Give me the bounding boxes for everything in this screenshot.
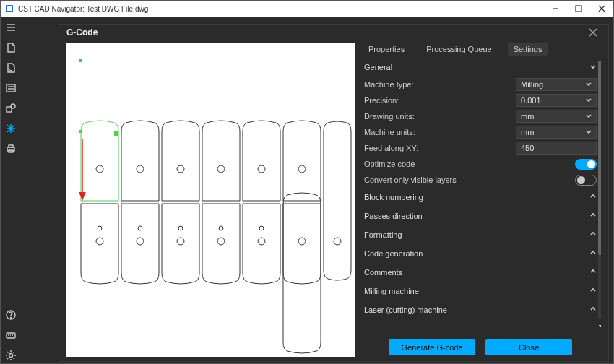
keyboard-icon[interactable]: [3, 327, 19, 343]
precision-select[interactable]: 0.001: [516, 94, 597, 107]
row-machine-type: Machine type: Milling: [360, 77, 601, 92]
dialog-title: G-Code: [66, 27, 98, 38]
svg-point-45: [258, 238, 265, 245]
app-icon: [4, 3, 15, 14]
section-block-numbering[interactable]: Block numbering: [360, 188, 601, 207]
chevron-up-icon: [589, 212, 597, 220]
window-title: CST CAD Navigator: Test DWG File.dwg: [18, 5, 544, 13]
drawing-units-select[interactable]: mm: [516, 110, 597, 123]
hamburger-icon[interactable]: [3, 20, 19, 35]
svg-point-33: [217, 165, 225, 173]
svg-point-37: [96, 238, 103, 245]
section-label: General: [364, 63, 392, 72]
svg-point-32: [177, 165, 184, 173]
left-rail: [1, 17, 21, 363]
section-passes-direction[interactable]: Passes direction: [360, 207, 601, 225]
chevron-up-icon: [589, 193, 597, 202]
generate-gcode-button[interactable]: Generate G-code: [389, 339, 475, 355]
machine-type-select[interactable]: Milling: [516, 78, 597, 91]
gcode-dialog: G-Code: [59, 24, 609, 362]
window-close-button[interactable]: [590, 1, 613, 17]
svg-point-36: [98, 226, 102, 230]
help-icon[interactable]: [3, 307, 19, 323]
svg-point-41: [177, 238, 184, 245]
drawing-preview: [66, 43, 355, 357]
svg-rect-9: [7, 84, 15, 92]
chevron-down-icon: [589, 63, 597, 72]
svg-point-47: [334, 238, 341, 245]
svg-point-31: [137, 165, 144, 173]
svg-rect-15: [9, 145, 13, 147]
chevron-up-icon: [589, 230, 597, 239]
main-area: G-Code: [21, 17, 613, 363]
chevron-up-icon: [589, 287, 597, 295]
window-maximize-button[interactable]: [567, 1, 590, 17]
svg-rect-27: [114, 131, 118, 136]
svg-point-18: [11, 318, 12, 318]
section-milling-machine[interactable]: Milling machine: [360, 282, 601, 300]
machine-units-select[interactable]: mm: [516, 126, 597, 139]
section-comments[interactable]: Comments: [360, 263, 601, 282]
svg-point-40: [178, 226, 183, 230]
row-feed-xy: Feed along XY: 450: [360, 140, 601, 156]
svg-rect-26: [79, 59, 82, 62]
shapes-icon[interactable]: [3, 100, 19, 116]
dialog-buttons: Generate G-code Close: [360, 335, 601, 357]
svg-rect-1: [7, 6, 12, 11]
svg-point-13: [11, 104, 15, 108]
visible-layers-toggle[interactable]: [575, 175, 597, 186]
row-precision: Precision: 0.001: [360, 92, 601, 108]
section-general[interactable]: General: [360, 58, 601, 77]
open-file-icon[interactable]: [3, 60, 19, 76]
print-icon[interactable]: [3, 141, 19, 157]
row-visible-layers: Convert only visible layers: [360, 172, 601, 188]
section-formatting[interactable]: Formatting: [360, 225, 601, 244]
scroll-down-icon[interactable]: [598, 319, 601, 332]
row-machine-units: Machine units: mm: [360, 124, 601, 140]
titlebar: CST CAD Navigator: Test DWG File.dwg: [1, 1, 613, 17]
settings-scroll: General Machine type: Milling Precision:…: [360, 58, 601, 335]
section-code-generation[interactable]: Code generation: [360, 244, 601, 263]
optimize-code-toggle[interactable]: [575, 159, 597, 170]
svg-point-29: [96, 165, 103, 173]
svg-rect-28: [79, 130, 82, 133]
window-minimize-button[interactable]: [544, 1, 567, 17]
row-optimize-code: Optimize code: [360, 156, 601, 172]
row-drawing-units: Drawing units: mm: [360, 108, 601, 124]
gcode-icon[interactable]: [3, 121, 19, 136]
settings-panel: Properties Processing Queue Settings Gen…: [360, 40, 601, 357]
chevron-up-icon: [589, 268, 597, 277]
app-body: G-Code: [1, 17, 613, 363]
svg-point-42: [219, 226, 223, 230]
svg-rect-3: [576, 6, 581, 12]
settings-icon[interactable]: [3, 347, 19, 363]
list-icon[interactable]: [3, 80, 19, 96]
dialog-header: G-Code: [59, 25, 608, 40]
feed-xy-input[interactable]: 450: [516, 142, 597, 155]
svg-point-44: [259, 226, 264, 230]
app-window: CST CAD Navigator: Test DWG File.dwg G-C…: [0, 0, 614, 364]
chevron-up-icon: [589, 249, 597, 258]
dialog-tabs: Properties Processing Queue Settings: [360, 40, 601, 58]
settings-scrollbar[interactable]: [598, 61, 601, 319]
svg-point-46: [298, 238, 306, 245]
svg-point-34: [258, 165, 265, 173]
svg-point-35: [298, 165, 306, 173]
svg-point-43: [217, 238, 225, 245]
tab-properties[interactable]: Properties: [363, 43, 410, 56]
section-laser-machine[interactable]: Laser (cutting) machine: [360, 300, 601, 319]
tab-processing-queue[interactable]: Processing Queue: [420, 43, 498, 56]
svg-point-39: [137, 238, 144, 245]
svg-point-23: [9, 354, 13, 358]
svg-point-38: [138, 226, 142, 230]
dialog-close-button[interactable]: [585, 25, 601, 40]
new-file-icon[interactable]: [3, 40, 19, 56]
close-button[interactable]: Close: [485, 339, 572, 355]
chevron-up-icon: [589, 306, 597, 314]
tab-settings[interactable]: Settings: [508, 43, 548, 56]
